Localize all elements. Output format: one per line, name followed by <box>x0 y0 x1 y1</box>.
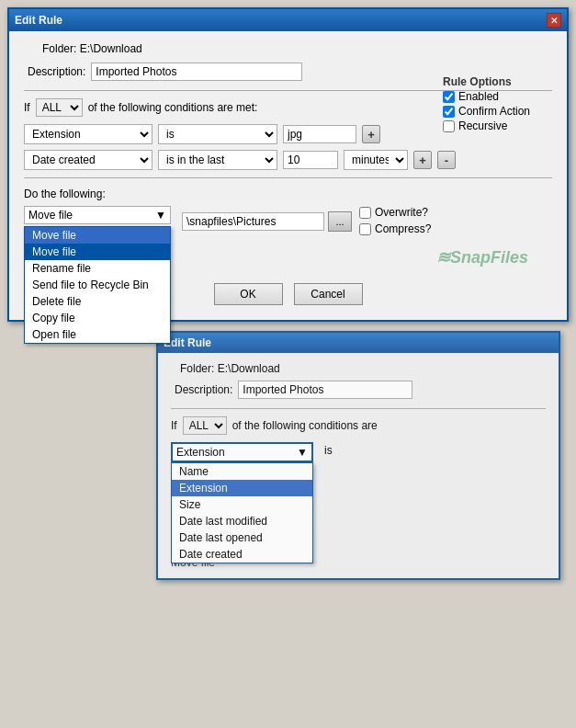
overwrite-row: Overwrite? <box>359 206 431 219</box>
dialog2-desc-label: Description: <box>175 383 232 396</box>
action-item-rename[interactable]: Rename file <box>25 260 170 277</box>
destination-area: ... Overwrite? Compress? <box>182 206 431 237</box>
dialog2-all-dropdown[interactable]: ALL <box>183 416 227 435</box>
ok-button[interactable]: OK <box>214 283 283 305</box>
dialog2-condition-row: Extension ▼ Name Extension Size Date las… <box>171 442 546 462</box>
action-item-move-file[interactable]: Move file <box>25 244 170 260</box>
do-following-label: Do the following: <box>24 188 552 200</box>
dialog2-divider <box>171 408 546 409</box>
action-item-open[interactable]: Open file <box>25 326 170 343</box>
ext-selected-label: Extension <box>176 446 225 459</box>
divider-2 <box>24 177 552 178</box>
operator-dropdown-2[interactable]: is in the last is is not is before is af… <box>158 150 277 170</box>
dialog1-close-button[interactable]: ✕ <box>547 13 561 28</box>
action-item-move-file-highlight[interactable]: Move file <box>25 227 170 244</box>
recursive-checkbox[interactable] <box>443 120 455 132</box>
enabled-label: Enabled <box>458 90 499 103</box>
browse-button[interactable]: ... <box>328 211 352 232</box>
enabled-checkbox[interactable] <box>443 91 455 103</box>
ext-open-list: Name Extension Size Date last modified D… <box>171 462 313 563</box>
compress-checkbox[interactable] <box>359 223 371 235</box>
ext-item-date-modified[interactable]: Date last modified <box>172 513 312 529</box>
dialog1-title: Edit Rule <box>15 14 62 27</box>
if-label: If <box>24 101 30 114</box>
dialog1-titlebar: Edit Rule ✕ <box>9 9 567 31</box>
description-input[interactable] <box>91 63 302 81</box>
add-condition-button-2[interactable]: + <box>413 151 432 169</box>
action-selected-label: Move file <box>28 209 73 222</box>
overwrite-options: Overwrite? Compress? <box>359 206 431 237</box>
dialog2-folder-label: Folder: <box>180 362 214 375</box>
dialog2-folder-value: E:\Download <box>218 362 280 375</box>
compress-row: Compress? <box>359 222 431 235</box>
svg-text:≋SnapFiles: ≋SnapFiles <box>436 248 528 267</box>
conditions-suffix: of the following conditions are met: <box>88 101 258 114</box>
operator-dropdown-1[interactable]: is is not contains <box>158 124 277 144</box>
recursive-row: Recursive <box>443 119 530 132</box>
dialog2-condition-header: If ALL of the following conditions are <box>171 416 546 435</box>
ext-dropdown-arrow: ▼ <box>297 446 308 459</box>
description-label: Description: <box>28 65 85 78</box>
destination-row: ... Overwrite? Compress? <box>182 206 431 237</box>
rule-options-box: Rule Options Enabled Confirm Action Recu… <box>443 75 530 134</box>
ext-item-date-opened[interactable]: Date last opened <box>172 529 312 546</box>
enabled-row: Enabled <box>443 90 530 103</box>
dialog2-body: Folder: E:\Download Description: If ALL … <box>158 353 559 578</box>
ext-dropdown-trigger[interactable]: Extension ▼ <box>171 442 313 462</box>
folder-row: Folder: E:\Download <box>24 42 552 55</box>
confirm-row: Confirm Action <box>443 105 530 118</box>
ext-item-date-created[interactable]: Date created <box>172 546 312 563</box>
edit-rule-dialog-2: Edit Rule Folder: E:\Download Descriptio… <box>156 331 560 580</box>
dialog2-folder-row: Folder: E:\Download <box>171 362 546 375</box>
action-dropdown-trigger[interactable]: Move file ▼ <box>24 206 171 224</box>
folder-value: E:\Download <box>80 42 142 55</box>
rule-options-title: Rule Options <box>443 75 530 88</box>
edit-rule-dialog-1: Edit Rule ✕ Folder: E:\Download Rule Opt… <box>7 7 569 322</box>
action-item-send-recycle[interactable]: Send file to Recycle Bin <box>25 277 170 293</box>
dialog2-titlebar: Edit Rule <box>158 333 559 353</box>
cancel-button[interactable]: Cancel <box>294 283 363 305</box>
action-item-delete[interactable]: Delete file <box>25 293 170 310</box>
remove-condition-button-2[interactable]: - <box>437 151 456 169</box>
value-input-2[interactable] <box>283 151 338 169</box>
recursive-label: Recursive <box>458 119 507 132</box>
confirm-checkbox[interactable] <box>443 106 455 118</box>
unit-dropdown-2[interactable]: minutes hours days <box>344 150 408 170</box>
dialog2-desc-input[interactable] <box>238 381 412 399</box>
dialog2-if-label: If <box>171 419 177 432</box>
dialog2-cond-suffix: of the following conditions are <box>232 419 378 432</box>
condition-row-2: Date created Name Extension Size Date la… <box>24 150 552 170</box>
dialog2-desc-row: Description: <box>171 381 546 399</box>
ext-dropdown-wrap: Extension ▼ Name Extension Size Date las… <box>171 442 313 462</box>
action-row: Move file ▼ Move file Move file Rename f… <box>24 206 552 237</box>
dialog2-is-label: is <box>319 442 338 459</box>
ext-item-extension[interactable]: Extension <box>172 480 312 496</box>
confirm-label: Confirm Action <box>458 105 530 118</box>
action-item-copy[interactable]: Copy file <box>25 310 170 326</box>
destination-input[interactable] <box>182 212 324 231</box>
folder-label: Folder: <box>42 42 76 55</box>
compress-label: Compress? <box>375 222 431 235</box>
all-dropdown[interactable]: ALL ANY <box>36 98 83 117</box>
action-dropdown-wrap: Move file ▼ Move file Move file Rename f… <box>24 206 171 224</box>
value-input-1[interactable] <box>283 125 356 143</box>
action-dropdown-arrow: ▼ <box>155 209 166 222</box>
ext-item-size[interactable]: Size <box>172 496 312 513</box>
edit-rule-dialog-2-wrap: Edit Rule Folder: E:\Download Descriptio… <box>156 331 560 580</box>
overwrite-label: Overwrite? <box>375 206 428 219</box>
add-condition-button-1[interactable]: + <box>362 125 380 143</box>
action-open-list: Move file Move file Rename file Send fil… <box>24 226 171 344</box>
snapfiles-logo: ≋SnapFiles <box>435 243 545 268</box>
overwrite-checkbox[interactable] <box>359 207 371 219</box>
ext-item-name[interactable]: Name <box>172 463 312 480</box>
field-dropdown-1[interactable]: Extension Name Size Date created Date la… <box>24 124 152 144</box>
field-dropdown-2[interactable]: Date created Name Extension Size Date la… <box>24 150 152 170</box>
